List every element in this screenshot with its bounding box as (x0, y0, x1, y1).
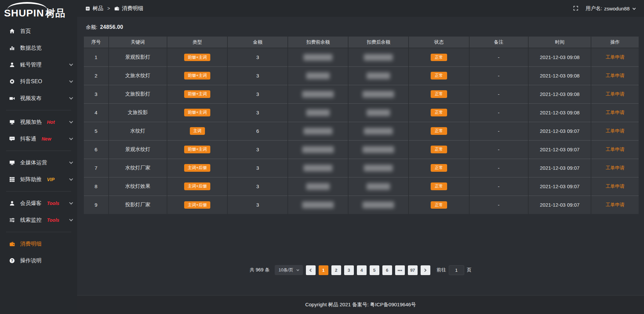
cell-remark: - (469, 66, 528, 85)
video-camera-icon (9, 95, 15, 102)
screen-icon (9, 119, 15, 125)
work-order-link[interactable]: 工单申请 (606, 54, 625, 60)
page-button-6[interactable]: 6 (382, 265, 392, 275)
fullscreen-icon[interactable] (573, 5, 579, 11)
cell-status: 正常 (409, 66, 469, 85)
sidebar-item-member-baoke[interactable]: 会员爆客 Tools (0, 195, 77, 212)
table-row: 5 水纹灯 主词 6 正常 - 2021-12-03 09:07 工单申请 (84, 122, 639, 140)
sidebar-item-video-publish[interactable]: 视频发布 (0, 90, 77, 107)
work-order-link[interactable]: 工单申请 (606, 202, 625, 207)
breadcrumb-root[interactable]: 树品 (85, 5, 103, 12)
redacted-value (304, 165, 332, 171)
chevron-down-icon (69, 160, 73, 164)
cell-remark: - (469, 159, 528, 177)
breadcrumb-current[interactable]: 消费明细 (114, 5, 143, 12)
cell-time: 2021-12-03 09:07 (528, 159, 591, 177)
cell-balance-before (288, 66, 348, 85)
page-button-97[interactable]: 97 (408, 265, 418, 275)
copyright-text: Copyright 树品 2021 备案号: 粤ICP备09019646号 (305, 302, 416, 308)
redacted-value (306, 183, 330, 190)
cell-index: 6 (84, 140, 109, 159)
page-button-4[interactable]: 4 (357, 265, 367, 275)
sidebar: SHUPIN树品 首页 数据总览 账号管理 抖音SEO 视频发布 视频 (0, 0, 77, 314)
sidebar-item-label: 全媒体运营 (20, 159, 47, 166)
cell-keyword: 景观水纹灯 (109, 140, 167, 159)
work-order-link[interactable]: 工单申请 (606, 73, 625, 78)
sidebar-item-home[interactable]: 首页 (0, 23, 77, 40)
cell-status: 正常 (409, 196, 469, 214)
breadcrumb-root-label: 树品 (93, 5, 103, 12)
goto-page-input[interactable] (449, 265, 464, 275)
cell-action: 工单申请 (591, 85, 639, 103)
sidebar-item-video-heating[interactable]: 视频加热 Hot (0, 114, 77, 130)
sidebar-item-consume-detail[interactable]: 消费明细 (0, 235, 77, 252)
prev-page-button[interactable] (306, 265, 316, 275)
page-button-3[interactable]: 3 (344, 265, 354, 275)
work-order-link[interactable]: 工单申请 (606, 110, 625, 115)
cell-type: 主词 (167, 122, 227, 140)
cell-time: 2021-12-03 09:07 (528, 177, 591, 196)
sidebar-item-data-overview[interactable]: 数据总览 (0, 40, 77, 56)
cell-amount: 3 (227, 159, 288, 177)
table-row: 3 文旅投影灯 前缀+主词 3 正常 - 2021-12-03 09:08 工单… (84, 85, 639, 103)
cell-index: 9 (84, 196, 109, 214)
work-order-link[interactable]: 工单申请 (606, 91, 625, 97)
redacted-value (367, 109, 390, 116)
total-count: 共 969 条 (250, 267, 269, 273)
cell-status: 正常 (409, 85, 469, 103)
cell-remark: - (469, 48, 528, 66)
page-button-2[interactable]: 2 (331, 265, 341, 275)
status-badge: 正常 (431, 164, 447, 172)
redacted-value (302, 146, 334, 153)
cell-balance-before (288, 48, 348, 66)
cell-time: 2021-12-03 09:07 (528, 122, 591, 140)
cell-keyword: 文旅投影灯 (109, 85, 167, 103)
cell-type: 前缀+主词 (167, 66, 227, 85)
monitor-icon (9, 160, 15, 166)
cell-action: 工单申请 (591, 159, 639, 177)
next-page-button[interactable] (421, 265, 430, 275)
cell-time: 2021-12-03 09:08 (528, 85, 591, 103)
cell-balance-after (348, 177, 409, 196)
sidebar-item-label: 操作说明 (20, 257, 42, 264)
pages-ellipsis-button[interactable]: ••• (395, 265, 405, 275)
work-order-link[interactable]: 工单申请 (606, 184, 625, 189)
status-badge: 正常 (431, 182, 447, 190)
cell-index: 3 (84, 85, 109, 103)
bar-chart-icon (9, 45, 15, 51)
user-icon (9, 62, 15, 68)
sidebar-item-douyin-seo[interactable]: 抖音SEO (0, 73, 77, 90)
cell-amount: 3 (227, 196, 288, 214)
col-header-time: 时间 (528, 37, 591, 48)
username-value: zswodun88 (604, 6, 630, 11)
sidebar-item-media-operation[interactable]: 全媒体运营 (0, 154, 77, 171)
page-button-1[interactable]: 1 (319, 265, 328, 275)
sidebar-item-account-management[interactable]: 账号管理 (0, 56, 77, 73)
sidebar-item-operation-guide[interactable]: ? 操作说明 (0, 252, 77, 269)
page-button-5[interactable]: 5 (370, 265, 379, 275)
table-row: 2 文旅水纹灯 前缀+主词 3 正常 - 2021-12-03 09:08 工单… (84, 66, 639, 85)
chat-bubble-icon (9, 136, 15, 142)
work-order-link[interactable]: 工单申请 (606, 147, 625, 152)
cell-balance-after (348, 196, 409, 214)
work-order-link[interactable]: 工单申请 (606, 128, 625, 134)
sidebar-item-doukertong[interactable]: 抖客通 New (0, 130, 77, 147)
sidebar-item-matrix-boost[interactable]: 矩阵助推 VIP (0, 171, 77, 188)
consume-table-wrap: 序号 关键词 类型 金额 扣费前余额 扣费后余额 状态 备注 时间 操作 1 景… (84, 37, 639, 214)
redacted-value (363, 146, 394, 153)
redacted-value (302, 202, 334, 208)
page-size-select[interactable]: 10条/页 (275, 265, 303, 275)
chevron-down-icon (296, 268, 299, 271)
cell-remark: - (469, 177, 528, 196)
cell-remark: - (469, 196, 528, 214)
work-order-link[interactable]: 工单申请 (606, 165, 625, 170)
type-tag: 前缀+主词 (184, 90, 210, 98)
user-menu[interactable]: 用户名: zswodun88 (586, 5, 635, 12)
sidebar-item-label: 数据总览 (20, 45, 42, 52)
username-label: 用户名: (586, 5, 602, 12)
redacted-value (367, 72, 390, 79)
cell-keyword: 水纹灯厂家 (109, 159, 167, 177)
cell-status: 正常 (409, 122, 469, 140)
goto-page: 前往 页 (437, 265, 472, 275)
sidebar-item-clue-monitor[interactable]: 线索监控 Tools (0, 212, 77, 228)
